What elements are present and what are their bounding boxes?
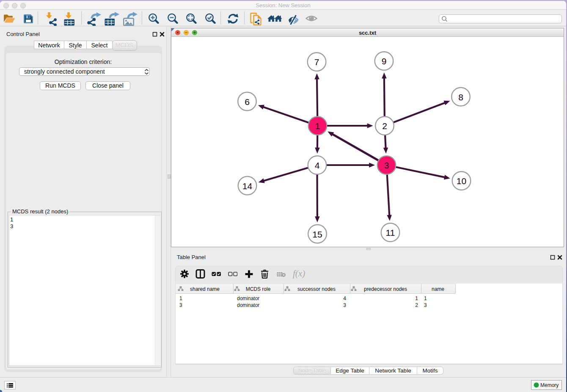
svg-text:14: 14 [242, 181, 253, 191]
svg-text:4: 4 [315, 160, 320, 170]
svg-text:9: 9 [382, 56, 387, 66]
svg-text:7: 7 [314, 57, 319, 67]
svg-text:6: 6 [245, 97, 250, 107]
svg-text:15: 15 [312, 229, 322, 239]
svg-text:10: 10 [457, 176, 466, 186]
svg-text:3: 3 [384, 160, 389, 170]
svg-text:11: 11 [386, 228, 395, 237]
svg-text:2: 2 [382, 121, 387, 131]
svg-text:8: 8 [458, 92, 463, 102]
svg-text:1: 1 [315, 121, 320, 131]
